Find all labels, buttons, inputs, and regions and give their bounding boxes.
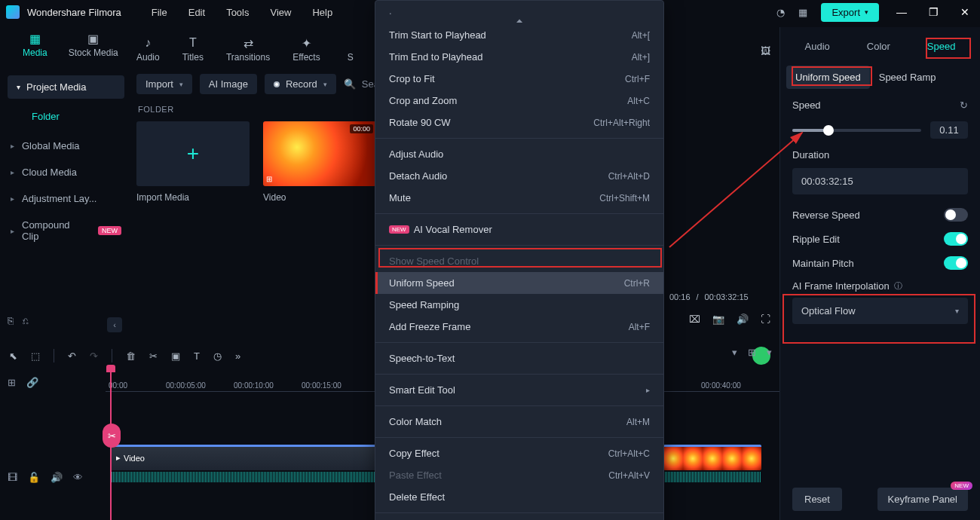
select-tool-icon[interactable]: ⬚ <box>31 350 40 362</box>
thumb-label: Import Media <box>136 192 250 203</box>
ctx-adjust-audio[interactable]: Adjust Audio <box>375 143 663 165</box>
maximize-button[interactable]: ❐ <box>924 6 942 18</box>
track-add-icon[interactable]: ⊞ <box>8 377 16 388</box>
tab-media[interactable]: ▦ Media <box>23 32 47 58</box>
text-icon[interactable]: T <box>194 350 200 362</box>
project-media-label: Project Media <box>26 81 86 93</box>
grid-view-icon[interactable]: ⊞ <box>748 347 756 358</box>
volume-icon[interactable]: 🔊 <box>737 314 749 325</box>
ctx-mute[interactable]: MuteCtrl+Shift+M <box>375 187 663 209</box>
inspector-tab-color[interactable]: Color <box>859 38 898 55</box>
display-icon[interactable]: ⌧ <box>689 314 700 325</box>
collapse-sidebar-button[interactable]: ‹ <box>107 317 122 332</box>
ctx-trim-end[interactable]: Trim End to PlayheadAlt+] <box>375 46 663 68</box>
timeline-clip[interactable]: ▸Video <box>110 445 381 470</box>
tab-titles[interactable]: TTitles <box>182 37 204 63</box>
ctx-smart-edit-tool[interactable]: Smart Edit Tool▸ <box>375 379 663 401</box>
ctx-crop-zoom[interactable]: Crop and ZoomAlt+C <box>375 90 663 112</box>
record-button[interactable]: Record▾ <box>265 74 336 94</box>
ctx-speed-ramping[interactable]: Speed Ramping <box>375 294 663 316</box>
snapshot-icon[interactable]: 📷 <box>712 314 724 325</box>
project-media-header[interactable]: ▾ Project Media <box>8 75 124 99</box>
ripple-edit-label: Ripple Edit <box>792 234 840 245</box>
redo-icon[interactable]: ↷ <box>90 350 98 362</box>
import-media-card[interactable]: + Import Media <box>136 121 250 203</box>
timeline-clip-2[interactable] <box>663 445 761 470</box>
duration-chip: 00:00 <box>350 124 373 133</box>
link-icon[interactable]: 🔗 <box>26 377 38 388</box>
media-footer-icons: ⎘ ⎌ <box>8 315 121 326</box>
inspector-tab-audio[interactable]: Audio <box>798 38 838 55</box>
sidebar-item-cloud-media[interactable]: ▸ Cloud Media <box>0 159 132 185</box>
info-icon[interactable]: ⓘ <box>894 280 902 292</box>
scroll-up-icon[interactable]: ▴ <box>260 17 779 24</box>
minimize-button[interactable]: — <box>893 6 911 18</box>
ctx-crop-fit[interactable]: Crop to FitCtrl+F <box>375 68 663 90</box>
keyframe-panel-button[interactable]: Keyframe Panel NEW <box>877 488 969 511</box>
ai-image-button[interactable]: AI Image <box>200 74 257 94</box>
folder-node[interactable]: Folder <box>0 103 132 133</box>
undo-icon[interactable]: ↶ <box>68 350 76 362</box>
maintain-pitch-toggle[interactable] <box>944 256 968 270</box>
split-icon[interactable]: ✂ <box>149 350 158 362</box>
split-handle[interactable]: ✂ <box>103 424 121 448</box>
ctx-uniform-speed[interactable]: Uniform SpeedCtrl+R <box>375 272 663 294</box>
menu-file[interactable]: File <box>152 7 167 18</box>
sidebar-item-compound-clip[interactable]: ▸ Compound Clip NEW <box>0 212 132 249</box>
sidebar-item-adjustment-layer[interactable]: ▸ Adjustment Lay... <box>0 185 132 212</box>
tab-effects[interactable]: ✦Effects <box>292 37 320 63</box>
ripple-edit-toggle[interactable] <box>944 232 968 246</box>
options-icon[interactable]: ▾ <box>767 347 772 358</box>
apps-icon[interactable]: ▦ <box>798 7 807 18</box>
slider-knob[interactable] <box>823 125 834 136</box>
tab-stock-media[interactable]: ▣ Stock Media <box>69 32 118 58</box>
plus-icon: + <box>187 142 199 166</box>
folder-in-icon[interactable]: ⎘ <box>8 315 14 326</box>
ctx-trim-start[interactable]: Trim Start to PlayheadAlt+[ <box>375 24 663 46</box>
more-tools-icon[interactable]: » <box>235 350 240 362</box>
sidebar-item-global-media[interactable]: ▸ Global Media <box>0 133 132 159</box>
fullscreen-icon[interactable]: ⛶ <box>761 314 770 325</box>
ctx-detach-audio[interactable]: Detach AudioCtrl+Alt+D <box>375 165 663 187</box>
crop-icon[interactable]: ▣ <box>171 350 180 362</box>
reverse-speed-toggle[interactable] <box>944 208 968 222</box>
subtab-uniform-speed[interactable]: Uniform Speed <box>786 66 870 89</box>
marker-icon[interactable]: ▾ <box>732 347 737 358</box>
ctx-speech-to-text[interactable]: Speech-to-Text <box>375 347 663 369</box>
tab-transitions[interactable]: ⇄Transitions <box>226 37 270 63</box>
reset-button[interactable]: Reset <box>792 488 842 511</box>
mute-track-icon[interactable]: 🔊 <box>51 472 63 483</box>
folder-out-icon[interactable]: ⎌ <box>23 315 29 326</box>
export-button[interactable]: Export ▾ <box>821 3 879 22</box>
menu-tools[interactable]: Tools <box>226 7 249 18</box>
reset-icon[interactable]: ↻ <box>960 99 968 111</box>
duration-input[interactable]: 00:03:32:15 <box>792 168 968 194</box>
visibility-icon[interactable]: 👁 <box>73 472 83 483</box>
menu-edit[interactable]: Edit <box>188 7 205 18</box>
film-icon[interactable]: 🎞 <box>8 472 17 483</box>
image-icon[interactable]: 🖼 <box>761 45 770 57</box>
ctx-rotate[interactable]: Rotate 90 CWCtrl+Alt+Right <box>375 112 663 133</box>
video-thumb-card[interactable]: 00:00 ⊞ Video <box>263 121 376 203</box>
tab-audio[interactable]: ♪Audio <box>136 37 160 63</box>
ctx-color-match[interactable]: Color MatchAlt+M <box>375 411 663 433</box>
ctx-ai-vocal-remover[interactable]: NEWAI Vocal Remover <box>375 219 663 240</box>
close-button[interactable]: ✕ <box>956 6 974 18</box>
tab-more[interactable]: S <box>343 37 358 63</box>
ctx-add-freeze-frame[interactable]: Add Freeze FrameAlt+F <box>375 316 663 338</box>
cursor-tool-icon[interactable]: ⬉ <box>9 350 17 362</box>
speed-value[interactable]: 0.11 <box>930 121 968 139</box>
ctx-delete-effect[interactable]: Delete Effect <box>375 486 663 508</box>
speed-slider[interactable] <box>792 129 921 132</box>
audio-waveform[interactable] <box>110 472 381 482</box>
delete-icon[interactable]: 🗑 <box>126 350 136 362</box>
import-button[interactable]: Import▾ <box>136 74 192 94</box>
inspector-tab-speed[interactable]: Speed <box>920 38 963 55</box>
speed-icon[interactable]: ◷ <box>213 350 222 362</box>
subtab-speed-ramp[interactable]: Speed Ramp <box>870 66 938 89</box>
audio-waveform-2[interactable] <box>663 472 761 482</box>
ai-interpolation-dropdown[interactable]: Optical Flow ▾ <box>792 298 968 324</box>
ctx-copy-effect[interactable]: Copy EffectCtrl+Alt+C <box>375 442 663 464</box>
thumb-label: Video <box>263 192 376 203</box>
lock-icon[interactable]: 🔓 <box>28 472 40 483</box>
